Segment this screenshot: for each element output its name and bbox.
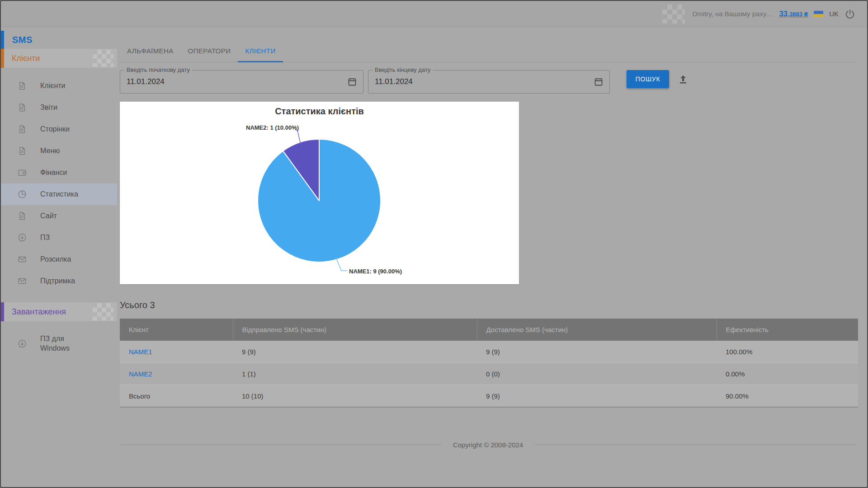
sidebar-item-label: ПЗ для Windows: [40, 334, 82, 353]
end-date-field[interactable]: Введіть кінцеву дату 11.01.2024: [368, 70, 610, 94]
document-icon: [17, 211, 27, 221]
sidebar-item-label: Статистика: [40, 190, 78, 198]
topbar: Dmitry, на Вашому раху… 33,3883 ₴ UK: [1, 1, 867, 27]
table-header-row: Клієнт Відправлено SMS (частин) Доставле…: [120, 319, 858, 341]
sidebar-menu: Клієнти Звіти Сторінки Меню Фінанси Стат…: [1, 75, 117, 292]
document-icon: [17, 103, 27, 113]
filter-bar: Введіть початкову дату 11.01.2024 Введіт…: [120, 70, 856, 94]
upload-icon[interactable]: [676, 73, 690, 86]
search-button[interactable]: ПОШУК: [627, 70, 669, 88]
delivered-cell: 9 (9): [477, 385, 717, 408]
wallet-icon: [17, 168, 27, 178]
stats-table: Клієнт Відправлено SMS (частин) Доставле…: [120, 319, 858, 408]
sidebar-item-software[interactable]: ПЗ: [1, 227, 117, 249]
footer-divider: [120, 445, 441, 445]
document-icon: [17, 146, 27, 156]
col-header-client: Клієнт: [120, 319, 233, 341]
tab-alpha-names[interactable]: АЛЬФАЇМЕНА: [120, 40, 181, 62]
mail-icon: [17, 276, 27, 286]
client-cell: NAME2: [120, 363, 233, 385]
pie-chart-icon: [17, 189, 27, 199]
sent-cell: 10 (10): [233, 385, 477, 408]
sent-cell: 9 (9): [233, 341, 477, 363]
pixel-decoration: [93, 303, 113, 320]
sidebar-item-clients[interactable]: Клієнти: [1, 75, 117, 97]
total-label-cell: Всього: [120, 385, 233, 408]
sidebar-item-label: Підтримка: [40, 277, 75, 285]
section-header-downloads: Завантаження: [1, 302, 117, 321]
client-link-name2[interactable]: NAME2: [129, 370, 152, 378]
efficiency-cell: 90.00%: [717, 385, 858, 408]
section-header-clients: Клієнти: [1, 49, 117, 68]
sidebar-item-reports[interactable]: Звіти: [1, 97, 117, 118]
chart-card: Статистика клієнтів NAME1: 9 (90.00%) NA…: [120, 102, 519, 284]
tab-operators[interactable]: ОПЕРАТОРИ: [181, 40, 238, 62]
end-date-value: 11.01.2024: [375, 70, 413, 93]
download-icon: [17, 339, 27, 349]
pie-chart: [120, 102, 519, 284]
balance-fraction: ,3883 ₴: [788, 11, 808, 18]
copyright-text: Copyright © 2008-2024: [453, 441, 523, 449]
section-clients-label: Клієнти: [12, 54, 40, 63]
pixel-decoration: [93, 50, 113, 67]
main-content: АЛЬФАЇМЕНА ОПЕРАТОРИ КЛІЄНТИ Введіть поч…: [117, 27, 867, 487]
col-header-sent: Відправлено SMS (частин): [233, 319, 477, 341]
language-selector[interactable]: UK: [829, 10, 839, 18]
sidebar-item-support[interactable]: Підтримка: [1, 270, 117, 292]
balance-main: 33: [779, 9, 788, 18]
sidebar-item-site[interactable]: Сайт: [1, 205, 117, 227]
sidebar-item-pages[interactable]: Сторінки: [1, 118, 117, 140]
col-header-delivered: Доставлено SMS (частин): [477, 319, 717, 341]
efficiency-cell: 100.00%: [717, 341, 858, 363]
sidebar-item-label: ПЗ: [40, 234, 50, 242]
tab-bar: АЛЬФАЇМЕНА ОПЕРАТОРИ КЛІЄНТИ: [120, 40, 856, 62]
sidebar: SMS Клієнти Клієнти Звіти Сторінки Меню: [1, 27, 117, 487]
sidebar-item-mailing[interactable]: Розсилка: [1, 249, 117, 270]
sidebar-item-label: Клієнти: [40, 82, 65, 90]
ukraine-flag-icon: [814, 11, 823, 17]
total-count: Усього 3: [120, 300, 155, 310]
start-date-value: 11.01.2024: [127, 70, 165, 93]
calendar-icon[interactable]: [594, 77, 604, 87]
delivered-cell: 0 (0): [477, 363, 717, 385]
calendar-icon[interactable]: [347, 77, 357, 87]
document-icon: [17, 124, 27, 134]
user-greeting: Dmitry, на Вашому раху…: [693, 10, 774, 18]
sidebar-item-statistics[interactable]: Статистика: [1, 183, 117, 205]
client-cell: NAME1: [120, 341, 233, 363]
logout-power-icon[interactable]: [844, 9, 855, 19]
download-icon: [17, 233, 27, 243]
sidebar-item-label: Звіти: [40, 103, 57, 112]
table-row: NAME1 9 (9) 9 (9) 100.00%: [120, 341, 858, 363]
brand-sms[interactable]: SMS: [1, 31, 117, 49]
sidebar-item-label: Розсилка: [40, 255, 71, 263]
section-downloads-label: Завантаження: [12, 307, 66, 317]
table-total-row: Всього 10 (10) 9 (9) 90.00%: [120, 385, 858, 408]
sidebar-item-label: Фінанси: [40, 169, 67, 177]
pie-slice-label-name1: NAME1: 9 (90.00%): [349, 268, 402, 275]
tab-clients[interactable]: КЛІЄНТИ: [238, 40, 283, 62]
delivered-cell: 9 (9): [477, 341, 717, 363]
document-icon: [17, 81, 27, 91]
balance-link[interactable]: 33,3883 ₴: [779, 9, 808, 19]
app-window: Dmitry, на Вашому раху… 33,3883 ₴ UK SMS…: [0, 0, 868, 488]
sent-cell: 1 (1): [233, 363, 477, 385]
sidebar-item-menu[interactable]: Меню: [1, 140, 117, 162]
client-link-name1[interactable]: NAME1: [129, 348, 152, 356]
footer-divider: [535, 445, 856, 445]
mail-icon: [17, 254, 27, 264]
efficiency-cell: 0.00%: [717, 363, 858, 385]
col-header-efficiency: Ефективність: [717, 319, 858, 341]
sidebar-item-software-windows[interactable]: ПЗ для Windows: [1, 331, 117, 357]
table-row: NAME2 1 (1) 0 (0) 0.00%: [120, 363, 858, 385]
sidebar-item-label: Меню: [40, 147, 60, 155]
sidebar-item-label: Сайт: [40, 212, 57, 220]
pixel-decoration: [662, 5, 685, 23]
sidebar-item-finances[interactable]: Фінанси: [1, 162, 117, 183]
start-date-field[interactable]: Введіть початкову дату 11.01.2024: [120, 70, 363, 94]
footer: Copyright © 2008-2024: [120, 441, 856, 449]
pie-slice-label-name2: NAME2: 1 (10.00%): [246, 124, 299, 131]
sidebar-item-label: Сторінки: [40, 125, 70, 133]
